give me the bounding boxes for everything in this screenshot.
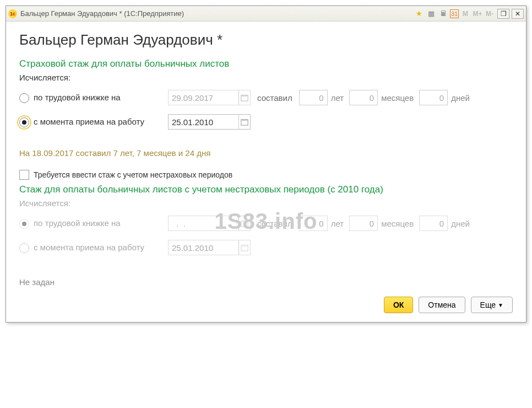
cancel-button[interactable]: Отмена: [419, 297, 465, 313]
section1-summary: На 18.09.2017 составил 7 лет, 7 месяцев …: [19, 148, 513, 158]
hire-date-input[interactable]: [169, 117, 238, 127]
book2-date-field: [168, 216, 251, 231]
more-button[interactable]: Еще ▼: [471, 297, 513, 313]
months-field-1[interactable]: [349, 90, 378, 105]
section1-row-book: по трудовой книжке на составил лет месяц…: [19, 87, 513, 109]
content-area: Бальцер Герман Эдуардович * Страховой ст…: [6, 22, 526, 322]
section1-title: Страховой стаж для оплаты больничных лис…: [19, 58, 513, 69]
radio-by-hire[interactable]: [19, 117, 29, 127]
footer: ОК Отмена Еще ▼: [19, 291, 513, 314]
ok-button[interactable]: ОК: [384, 297, 413, 313]
nonins-checkbox-row: Требуется ввести стаж с учетом нестрахов…: [19, 170, 513, 180]
radio-by-hire-label: с момента приема на работу: [34, 117, 144, 127]
book-date-field[interactable]: [168, 90, 251, 105]
svg-rect-1: [241, 95, 248, 97]
book2-date-picker-icon: [238, 216, 250, 230]
svg-rect-5: [241, 221, 248, 223]
hire2-date-picker-icon: [238, 240, 250, 255]
chevron-down-icon: ▼: [498, 302, 503, 308]
svg-rect-3: [241, 120, 248, 121]
window-title: Бальцер Герман Эдуардович * (1С:Предприя…: [20, 9, 414, 18]
section1-row-hire: с момента приема на работу: [19, 111, 513, 133]
book-date-picker-icon[interactable]: [238, 90, 250, 105]
hire-date-picker-icon[interactable]: [238, 115, 250, 129]
section2-row-hire: с момента приема на работу: [19, 237, 513, 259]
years-unit-2: лет: [331, 219, 344, 228]
radio2-by-hire-label: с момента приема на работу: [34, 243, 144, 253]
months-unit-2: месяцев: [381, 219, 414, 228]
titlebar: 1c Бальцер Герман Эдуардович * (1С:Предп…: [6, 6, 526, 22]
radio-by-book-label: по трудовой книжке на: [34, 93, 121, 103]
mplus-icon[interactable]: M+: [472, 8, 483, 19]
years-field-1[interactable]: [299, 90, 328, 105]
section2-notset: Не задан: [19, 277, 513, 287]
radio2-by-book-label: по трудовой книжке на: [34, 218, 121, 229]
favorite-icon[interactable]: ★: [414, 8, 425, 19]
months-unit-1: месяцев: [381, 93, 414, 103]
window-close-button[interactable]: ✕: [512, 9, 524, 19]
section2-row-book: по трудовой книжке на составил лет месяц…: [19, 212, 513, 234]
radio2-by-hire: [19, 243, 29, 253]
title-actions: ★ ▦ 🖩 31 M M+ M- ❐ ✕: [414, 8, 524, 19]
days-unit-1: дней: [451, 93, 470, 103]
years-unit-1: лет: [331, 93, 344, 103]
calculator-icon[interactable]: 🖩: [438, 8, 449, 19]
window-restore-button[interactable]: ❐: [497, 9, 509, 19]
days-unit-2: дней: [451, 219, 470, 228]
hire-date-field[interactable]: [168, 114, 251, 130]
app-window: 1c Бальцер Герман Эдуардович * (1С:Предп…: [6, 6, 526, 323]
hire2-date-field: [168, 240, 251, 255]
nonins-checkbox[interactable]: [19, 170, 29, 180]
calendar-icon[interactable]: 31: [450, 9, 459, 18]
days-field-2: [419, 216, 448, 231]
compose-label-2: составил: [257, 219, 292, 228]
app-icon: 1c: [8, 9, 17, 18]
book-date-input[interactable]: [169, 93, 238, 103]
compose-label-1: составил: [257, 93, 292, 103]
hire2-date-input: [169, 243, 238, 253]
years-field-2: [299, 216, 328, 231]
mminus-icon[interactable]: M-: [484, 8, 495, 19]
radio2-by-book: [19, 219, 29, 229]
section2-title: Стаж для оплаты больничных листов с учет…: [19, 184, 513, 195]
svg-rect-7: [241, 245, 248, 247]
days-field-1[interactable]: [419, 90, 448, 105]
page-title: Бальцер Герман Эдуардович *: [19, 31, 513, 49]
nonins-checkbox-label: Требуется ввести стаж с учетом нестрахов…: [34, 170, 232, 179]
more-button-label: Еще: [480, 300, 496, 309]
grid-icon[interactable]: ▦: [426, 8, 437, 19]
section1-calc-label: Исчисляется:: [19, 73, 513, 82]
radio-by-book[interactable]: [19, 93, 29, 103]
section2-calc-label: Исчисляется:: [19, 198, 513, 208]
months-field-2: [349, 216, 378, 231]
book2-date-input: [169, 219, 238, 228]
m-icon[interactable]: M: [460, 8, 471, 19]
